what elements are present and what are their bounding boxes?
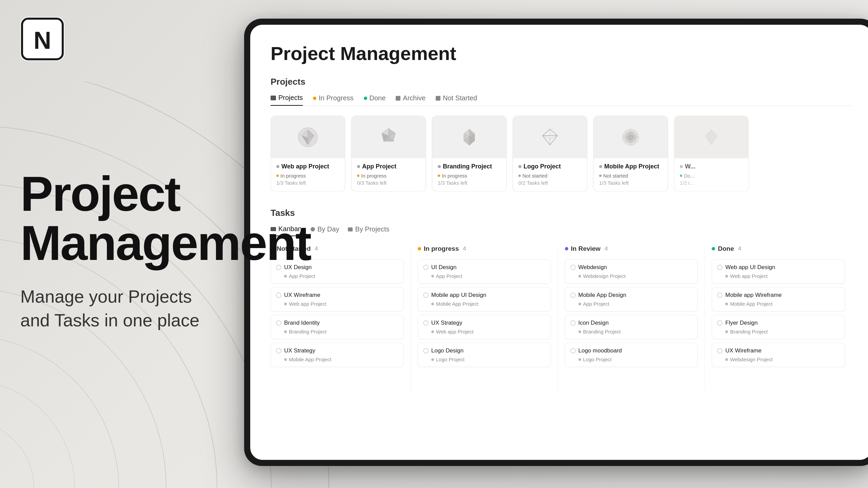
tasks-section-label: Tasks [271, 208, 852, 218]
project-card-app[interactable]: App Project In progress 0/3 Tasks left [351, 116, 426, 191]
project-card-web-app[interactable]: Web app Project In progress 1/3 Tasks le… [271, 116, 345, 191]
projects-tabs: Projects In Progress Done Archive [271, 94, 852, 106]
project-name-web-app-ui: Web app Project [730, 273, 768, 279]
project-name-logo-moodboard: Logo Project [583, 357, 612, 362]
card-status-branding: In progress [442, 173, 467, 179]
task-brand-identity[interactable]: Brand Identity Branding Project [271, 315, 404, 339]
project-name-mobile-wireframe: Mobile App Project [730, 301, 772, 307]
status-dot-mobile [599, 175, 601, 177]
task-circle-flyer-design [717, 320, 723, 326]
col-count-in-progress: 4 [463, 245, 466, 252]
project-name-ux-wireframe-1: Web app Project [289, 301, 327, 307]
card-dot-app [357, 165, 360, 168]
task-mobile-app-ui-design[interactable]: Mobile app UI Design Mobile App Project [418, 287, 551, 311]
tablet-screen: Project Management Projects Projects In … [250, 25, 868, 460]
task-ux-strategy-ip[interactable]: UX Strategy Web app Project [418, 315, 551, 339]
task-name-flyer-design: Flyer Design [725, 320, 757, 326]
task-circle-icon-design [570, 320, 576, 326]
task-circle-ux-wireframe-done [717, 348, 723, 353]
task-ux-wireframe-done[interactable]: UX Wireframe Webdesign Project [712, 343, 845, 367]
task-circle-logo-moodboard [570, 348, 576, 353]
project-name-ux-strategy-ip: Web app Project [436, 329, 474, 334]
status-dot-logo [518, 175, 521, 177]
project-card-logo[interactable]: Logo Project Not started 0/2 Tasks left [513, 116, 587, 191]
project-card-branding[interactable]: Branding Project In progress 1/3 Tasks l… [432, 116, 507, 191]
task-name-webdesign: Webdesign [578, 264, 607, 271]
status-dot-branding [438, 175, 440, 177]
project-dot-ux-strategy-ns [284, 358, 287, 361]
project-name-ux-strategy-ns: Mobile App Project [289, 357, 331, 362]
tab-archive[interactable]: Archive [396, 94, 426, 106]
project-name-brand-identity: Branding Project [289, 329, 327, 334]
folder-icon [271, 96, 276, 100]
task-mobile-app-design[interactable]: Mobile App Design App Project [565, 287, 698, 311]
task-circle-ux-strategy-ip [423, 320, 429, 326]
task-logo-moodboard[interactable]: Logo moodboard Logo Project [565, 343, 698, 367]
project-dot-brand-identity [284, 330, 287, 333]
card-title-logo: Logo Project [524, 163, 561, 170]
status-dot-web-app [276, 175, 279, 177]
tab-not-started[interactable]: Not Started [436, 94, 477, 106]
card-image-branding [432, 116, 506, 158]
card-title-partial: W... [685, 163, 695, 170]
project-card-mobile-app[interactable]: Mobile App Project Not started 1/3 Tasks… [593, 116, 668, 191]
task-web-app-ui-design[interactable]: Web app UI Design Web app Project [712, 259, 845, 284]
task-name-mobile-wireframe: Mobile app Wireframe [725, 292, 782, 299]
task-name-icon-design: Icon Design [578, 320, 609, 326]
task-webdesign[interactable]: Webdesign Webdesign Project [565, 259, 698, 284]
task-name-ux-wireframe-1: UX Wireframe [284, 292, 320, 299]
tab-projects[interactable]: Projects [271, 94, 303, 106]
project-dot-webdesign [578, 275, 581, 278]
card-tasks-partial: 1/2 t... [680, 180, 743, 186]
notion-logo: N [20, 17, 64, 61]
tablet-wrapper: Project Management Projects Projects In … [244, 19, 868, 466]
project-dot-ui-design [431, 275, 434, 278]
project-dot-icon-design [578, 330, 581, 333]
card-dot-branding [438, 165, 441, 168]
task-mobile-wireframe[interactable]: Mobile app Wireframe Mobile App Project [712, 287, 845, 311]
card-status-app: In progress [361, 173, 387, 179]
col-in-review: In Review 4 Webdesign Webdesign Project [565, 245, 705, 391]
task-logo-design[interactable]: Logo Design Logo Project [418, 343, 551, 367]
task-icon-design[interactable]: Icon Design Branding Project [565, 315, 698, 339]
task-ui-design[interactable]: UI Design App Project [418, 259, 551, 284]
project-name-flyer-design: Branding Project [730, 329, 768, 334]
tab-done[interactable]: Done [364, 94, 386, 106]
task-name-ux-strategy-ip: UX Strategy [431, 320, 462, 326]
card-tasks-mobile: 1/3 Tasks left [599, 180, 662, 186]
notion-content: Project Management Projects Projects In … [250, 25, 868, 460]
task-circle-webdesign [570, 265, 576, 270]
in-review-col-dot-icon [565, 247, 568, 250]
card-tasks-branding: 1/3 Tasks left [438, 180, 501, 186]
project-dot-mobile-app-design [578, 303, 581, 305]
card-image-web-app [271, 116, 345, 158]
tablet-frame: Project Management Projects Projects In … [244, 19, 868, 466]
svg-line-12 [550, 129, 557, 136]
task-name-web-app-ui: Web app UI Design [725, 264, 775, 271]
card-image-mobile-app [594, 116, 668, 158]
card-image-app [352, 116, 426, 158]
tab-in-progress[interactable]: In Progress [313, 94, 353, 106]
tasks-tabs: Kanban By Day By Projects [271, 225, 852, 236]
task-ux-strategy-ns[interactable]: UX Strategy Mobile App Project [271, 343, 404, 367]
project-name-webdesign: Webdesign Project [583, 273, 626, 279]
hero-title: Project Management [20, 169, 258, 268]
project-card-partial[interactable]: W... Do... 1/2 t... [674, 116, 749, 191]
card-dot-mobile [599, 165, 602, 168]
task-circle-web-app-ui [717, 265, 723, 270]
task-flyer-design[interactable]: Flyer Design Branding Project [712, 315, 845, 339]
card-image-partial [674, 116, 748, 158]
in-progress-dot-icon [313, 97, 316, 100]
tab-by-projects[interactable]: By Projects [348, 225, 389, 236]
project-dot-flyer-design [725, 330, 728, 333]
svg-point-1 [0, 380, 75, 488]
col-count-in-review: 4 [605, 245, 608, 252]
card-dot-web-app [276, 165, 279, 168]
tab-by-day[interactable]: By Day [311, 225, 339, 236]
col-header-done: Done 4 [712, 245, 845, 252]
project-name-logo-design: Logo Project [436, 357, 465, 362]
col-title-in-progress: In progress [424, 245, 459, 252]
task-name-ux-strategy-ns: UX Strategy [284, 347, 315, 354]
by-projects-icon [348, 227, 353, 231]
task-ux-wireframe-1[interactable]: UX Wireframe Web app Project [271, 287, 404, 311]
